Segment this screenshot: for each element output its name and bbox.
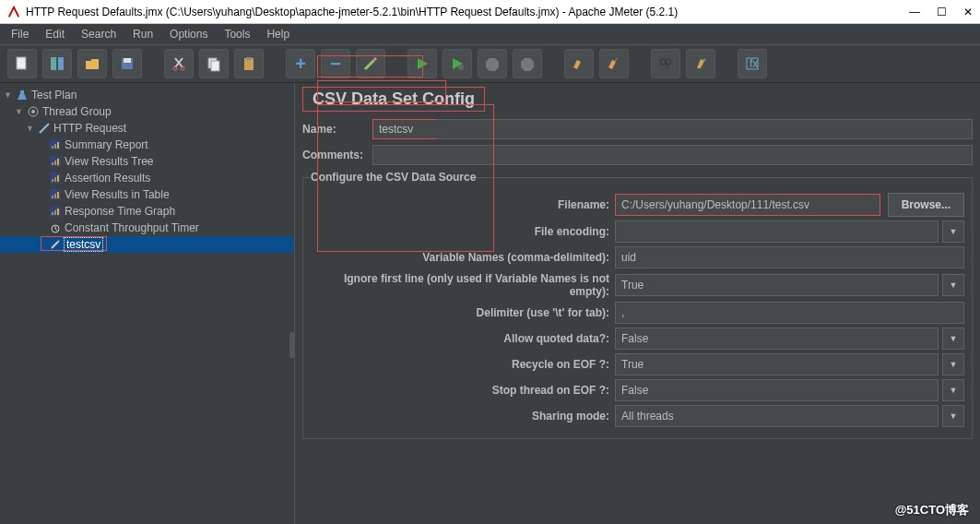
toggle-icon[interactable] bbox=[356, 49, 385, 78]
dropdown-icon[interactable]: ▼ bbox=[942, 220, 964, 243]
watermark: @51CTO博客 bbox=[895, 502, 969, 518]
variable-names-input[interactable] bbox=[615, 246, 964, 268]
tree-label: Response Time Graph bbox=[65, 205, 175, 218]
toolbar: + − fx bbox=[0, 44, 980, 83]
menu-bar: File Edit Search Run Options Tools Help bbox=[0, 24, 980, 44]
tree-label: HTTP Request bbox=[53, 122, 126, 135]
window-maximize-button[interactable]: ☐ bbox=[937, 6, 947, 18]
recycle-eof-label: Recycle on EOF ?: bbox=[311, 358, 615, 371]
tree-view-results-tree[interactable]: View Results Tree bbox=[0, 153, 294, 170]
stop-thread-eof-label: Stop thread on EOF ?: bbox=[311, 384, 615, 397]
svg-rect-2 bbox=[58, 57, 64, 70]
tree-http-request[interactable]: ▼ HTTP Request bbox=[0, 120, 294, 137]
function-helper-icon[interactable]: fx bbox=[738, 49, 767, 78]
allow-quoted-select[interactable]: False bbox=[615, 328, 939, 350]
dropdown-icon[interactable]: ▼ bbox=[942, 379, 964, 401]
svg-rect-22 bbox=[54, 144, 56, 149]
window-titlebar: HTTP Request Defaults.jmx (C:\Users\yuha… bbox=[0, 0, 980, 24]
window-title: HTTP Request Defaults.jmx (C:\Users\yuha… bbox=[26, 6, 909, 18]
menu-file[interactable]: File bbox=[4, 26, 36, 42]
svg-point-11 bbox=[373, 59, 376, 62]
clear-icon[interactable] bbox=[564, 49, 594, 78]
open-icon[interactable] bbox=[77, 49, 107, 78]
menu-run[interactable]: Run bbox=[125, 26, 160, 42]
tree-label: Constant Throughput Timer bbox=[65, 221, 199, 234]
window-minimize-button[interactable]: — bbox=[909, 6, 920, 18]
svg-point-13 bbox=[660, 59, 666, 65]
svg-point-14 bbox=[666, 59, 671, 65]
menu-tools[interactable]: Tools bbox=[217, 26, 257, 42]
svg-rect-8 bbox=[211, 61, 219, 71]
name-input-ext[interactable] bbox=[436, 119, 973, 139]
tree-assertion-results[interactable]: Assertion Results bbox=[0, 170, 294, 186]
svg-rect-39 bbox=[57, 208, 59, 215]
file-encoding-label: File encoding: bbox=[311, 225, 615, 238]
collapse-icon[interactable]: − bbox=[321, 49, 350, 78]
tree-label: View Results Tree bbox=[65, 155, 154, 168]
csv-config-fieldset: Configure the CSV Data Source Filename: … bbox=[302, 171, 973, 439]
tree-label: testcsv bbox=[65, 238, 102, 251]
tree-summary-report[interactable]: Summary Report bbox=[0, 137, 294, 153]
tree-label: Assertion Results bbox=[65, 172, 150, 185]
copy-icon[interactable] bbox=[199, 49, 229, 78]
panel-title: CSV Data Set Config bbox=[302, 87, 485, 112]
recycle-eof-select[interactable]: True bbox=[615, 353, 939, 375]
tree-thread-group[interactable]: ▼ Thread Group bbox=[0, 103, 294, 120]
svg-rect-26 bbox=[54, 161, 56, 165]
start-icon[interactable] bbox=[407, 49, 437, 78]
stop-icon[interactable] bbox=[478, 49, 507, 78]
sharing-mode-select[interactable]: All threads bbox=[615, 405, 939, 427]
expand-icon[interactable]: + bbox=[286, 49, 315, 78]
report-icon bbox=[49, 206, 62, 217]
dropdown-icon[interactable]: ▼ bbox=[942, 353, 964, 375]
config-panel: CSV Data Set Config Name: Comments: Conf… bbox=[295, 83, 980, 524]
report-icon bbox=[49, 156, 62, 167]
svg-rect-37 bbox=[52, 212, 53, 215]
menu-options[interactable]: Options bbox=[162, 26, 215, 42]
delimiter-input[interactable] bbox=[615, 302, 964, 324]
tree-constant-throughput-timer[interactable]: Constant Throughput Timer bbox=[0, 220, 294, 236]
clear-all-icon[interactable] bbox=[599, 49, 629, 78]
tree-testcsv[interactable]: testcsv bbox=[0, 236, 294, 253]
svg-rect-27 bbox=[57, 159, 59, 165]
tree-label: View Results in Table bbox=[65, 188, 170, 201]
templates-icon[interactable] bbox=[42, 49, 72, 78]
app-icon bbox=[7, 6, 20, 18]
report-icon bbox=[49, 173, 62, 184]
start-no-pause-icon[interactable] bbox=[443, 49, 472, 78]
menu-search[interactable]: Search bbox=[74, 26, 124, 42]
ignore-first-line-select[interactable]: True bbox=[615, 274, 939, 296]
shutdown-icon[interactable] bbox=[513, 49, 542, 78]
svg-point-15 bbox=[703, 59, 706, 62]
svg-rect-10 bbox=[246, 57, 252, 60]
comments-label: Comments: bbox=[302, 149, 372, 161]
name-label: Name: bbox=[302, 123, 372, 136]
new-icon[interactable] bbox=[7, 49, 37, 78]
comments-input[interactable] bbox=[372, 145, 973, 165]
svg-rect-4 bbox=[124, 58, 131, 63]
cut-icon[interactable] bbox=[164, 49, 194, 78]
menu-help[interactable]: Help bbox=[259, 26, 297, 42]
save-icon[interactable] bbox=[112, 49, 142, 78]
reset-search-icon[interactable] bbox=[686, 49, 715, 78]
tree-response-time-graph[interactable]: Response Time Graph bbox=[0, 203, 294, 220]
tree-view-results-in-table[interactable]: View Results in Table bbox=[0, 186, 294, 203]
tree-test-plan[interactable]: ▼ Test Plan bbox=[0, 87, 294, 103]
file-encoding-select[interactable] bbox=[615, 220, 939, 243]
dropdown-icon[interactable]: ▼ bbox=[942, 405, 964, 427]
dropdown-icon[interactable]: ▼ bbox=[942, 274, 964, 296]
paste-icon[interactable] bbox=[234, 49, 264, 78]
dropdown-icon[interactable]: ▼ bbox=[942, 328, 964, 350]
name-input[interactable] bbox=[372, 119, 437, 139]
svg-rect-38 bbox=[54, 210, 56, 215]
stop-thread-eof-select[interactable]: False bbox=[615, 379, 939, 401]
search-icon[interactable] bbox=[651, 49, 680, 78]
filename-input[interactable] bbox=[615, 194, 880, 216]
browse-button[interactable]: Browse... bbox=[888, 193, 964, 217]
window-close-button[interactable]: ✕ bbox=[963, 6, 973, 18]
svg-rect-1 bbox=[51, 57, 56, 70]
report-icon bbox=[49, 139, 62, 150]
test-plan-tree[interactable]: ▼ Test Plan ▼ Thread Group ▼ HTTP Reques… bbox=[0, 83, 295, 524]
menu-edit[interactable]: Edit bbox=[38, 26, 72, 42]
splitter-handle[interactable] bbox=[289, 332, 295, 358]
